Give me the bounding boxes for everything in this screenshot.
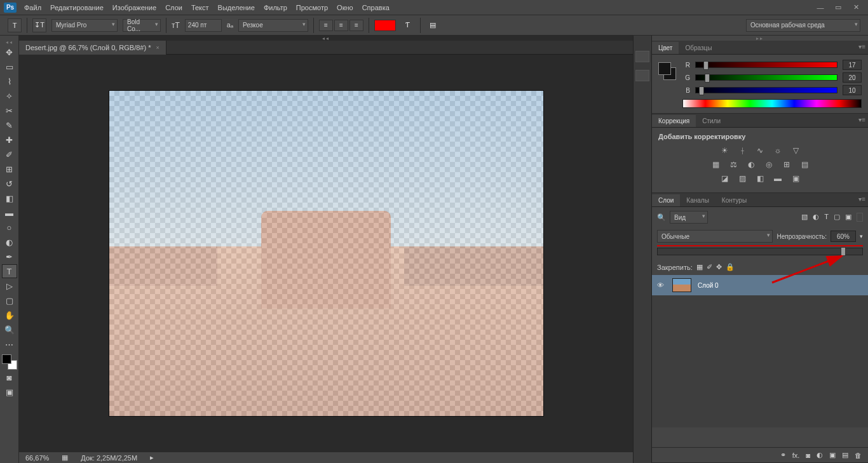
doc-size-icon[interactable]: ▦ [62, 453, 68, 462]
menu-image[interactable]: Изображение [112, 4, 156, 11]
align-right-icon[interactable]: ≡ [349, 20, 363, 31]
filter-shape-icon[interactable]: ▢ [834, 213, 840, 222]
tab-paths[interactable]: Контуры [715, 194, 753, 206]
menu-help[interactable]: Справка [362, 4, 390, 11]
filter-pixel-icon[interactable]: ▧ [801, 213, 808, 222]
character-panel-icon[interactable]: ▤ [426, 18, 440, 32]
mask-icon[interactable]: ◙ [806, 452, 810, 459]
opacity-value[interactable]: 60% [831, 231, 856, 242]
shape-tool-icon[interactable]: ▢ [2, 293, 17, 307]
color-panel-menu-icon[interactable]: ▾≡ [858, 43, 865, 50]
tab-styles[interactable]: Стили [696, 115, 727, 127]
tab-close-icon[interactable]: × [156, 44, 159, 51]
adj-balance-icon[interactable]: ⚖ [728, 159, 739, 170]
adj-exposure-icon[interactable]: ☼ [772, 145, 783, 156]
align-left-icon[interactable]: ≡ [319, 20, 333, 31]
lock-all-icon[interactable]: 🔒 [726, 263, 735, 271]
b-input[interactable] [843, 85, 862, 95]
adj-invert-icon[interactable]: ◪ [719, 173, 730, 184]
color-swatch[interactable] [658, 62, 676, 80]
align-center-icon[interactable]: ≡ [334, 20, 348, 31]
mini-panel-1-icon[interactable] [635, 51, 649, 62]
filter-text-icon[interactable]: T [824, 213, 829, 222]
g-slider[interactable] [695, 74, 837, 81]
delete-layer-icon[interactable]: 🗑 [855, 452, 862, 459]
r-input[interactable] [843, 60, 862, 70]
menu-edit[interactable]: Редактирование [50, 4, 104, 11]
tab-adjustments[interactable]: Коррекция [652, 115, 696, 127]
menu-window[interactable]: Окно [337, 4, 353, 11]
antialias-dropdown[interactable]: Резкое [238, 19, 308, 32]
menu-view[interactable]: Просмотр [296, 4, 328, 11]
lasso-tool-icon[interactable]: ⌇ [2, 74, 17, 88]
panel-grip[interactable]: ◂◂ [6, 39, 13, 44]
gradient-tool-icon[interactable]: ▬ [2, 206, 17, 220]
text-color-swatch[interactable] [374, 20, 396, 31]
status-arrow-icon[interactable]: ▸ [150, 453, 154, 462]
healing-tool-icon[interactable]: ✚ [2, 133, 17, 147]
group-icon[interactable]: ▣ [829, 451, 836, 459]
adj-curves-icon[interactable]: ∿ [754, 145, 766, 156]
eraser-tool-icon[interactable]: ◧ [2, 191, 17, 205]
spectrum-picker[interactable] [682, 99, 862, 108]
layer-row[interactable]: 👁 Слой 0 [652, 275, 868, 295]
adj-lookup-icon[interactable]: ▤ [799, 159, 810, 170]
link-layers-icon[interactable]: ⚭ [780, 451, 786, 459]
marquee-tool-icon[interactable]: ▭ [2, 60, 17, 74]
new-layer-icon[interactable]: ▤ [842, 451, 848, 459]
panels-grip[interactable]: ▸▸ [652, 36, 868, 41]
dodge-tool-icon[interactable]: ◐ [2, 235, 17, 249]
pen-tool-icon[interactable]: ✒ [2, 250, 17, 264]
edit-toolbar-icon[interactable]: ⋯ [2, 337, 17, 351]
canvas[interactable] [109, 91, 543, 416]
font-style-dropdown[interactable]: Bold Co... [123, 19, 161, 32]
adj-bw-icon[interactable]: ◐ [745, 159, 757, 170]
blend-mode-dropdown[interactable]: Обычные [657, 230, 773, 243]
close-icon[interactable]: ✕ [848, 2, 864, 13]
text-tool-icon[interactable]: T [2, 264, 17, 278]
adj-levels-icon[interactable]: ⟊ [736, 145, 748, 156]
adj-posterize-icon[interactable]: ▨ [736, 173, 748, 184]
menu-filter[interactable]: Фильтр [264, 4, 287, 11]
adj-brightness-icon[interactable]: ☀ [719, 145, 730, 156]
font-size-input[interactable] [185, 19, 222, 32]
r-slider[interactable] [695, 62, 837, 68]
tab-channels[interactable]: Каналы [680, 194, 715, 206]
adj-vibrance-icon[interactable]: ▽ [790, 145, 801, 156]
adjustment-layer-icon[interactable]: ◐ [817, 451, 823, 459]
adj-hue-icon[interactable]: ▦ [710, 159, 721, 170]
layers-panel-menu-icon[interactable]: ▾≡ [858, 196, 865, 203]
history-brush-tool-icon[interactable]: ↺ [2, 177, 17, 191]
font-family-dropdown[interactable]: Myriad Pro [51, 19, 118, 32]
minimize-icon[interactable]: — [812, 2, 829, 13]
filter-toggle-icon[interactable] [857, 213, 863, 222]
adj-gradient-icon[interactable]: ▬ [772, 173, 783, 184]
zoom-tool-icon[interactable]: 🔍 [2, 323, 17, 337]
stamp-tool-icon[interactable]: ⊞ [2, 162, 17, 176]
opacity-slider[interactable] [657, 248, 863, 255]
menu-text[interactable]: Текст [191, 4, 209, 11]
path-select-tool-icon[interactable]: ▷ [2, 279, 17, 293]
workspace-dropdown[interactable]: Основная рабочая среда [746, 19, 860, 32]
quickmask-icon[interactable]: ◙ [2, 370, 17, 384]
layer-name[interactable]: Слой 0 [698, 282, 719, 289]
adj-photo-filter-icon[interactable]: ◎ [763, 159, 775, 170]
move-tool-icon[interactable]: ✥ [2, 45, 17, 59]
tab-swatches[interactable]: Образцы [679, 42, 718, 54]
hand-tool-icon[interactable]: ✋ [2, 308, 17, 322]
lock-pixels-icon[interactable]: ▦ [696, 263, 703, 271]
tab-color[interactable]: Цвет [652, 42, 679, 54]
text-orientation-icon[interactable]: ↧T [32, 18, 46, 32]
lock-brush-icon[interactable]: ✐ [707, 263, 712, 271]
adj-threshold-icon[interactable]: ◧ [754, 173, 766, 184]
maximize-icon[interactable]: ▭ [830, 2, 846, 13]
adjust-panel-menu-icon[interactable]: ▾≡ [858, 116, 865, 123]
b-slider[interactable] [695, 87, 837, 93]
visibility-icon[interactable]: 👁 [657, 281, 666, 289]
lock-position-icon[interactable]: ✥ [716, 263, 722, 271]
brush-tool-icon[interactable]: ✐ [2, 147, 17, 161]
menu-select[interactable]: Выделение [218, 4, 255, 11]
fg-bg-color[interactable] [2, 354, 17, 370]
zoom-value[interactable]: 66,67% [25, 454, 49, 462]
blur-tool-icon[interactable]: ○ [2, 220, 17, 234]
